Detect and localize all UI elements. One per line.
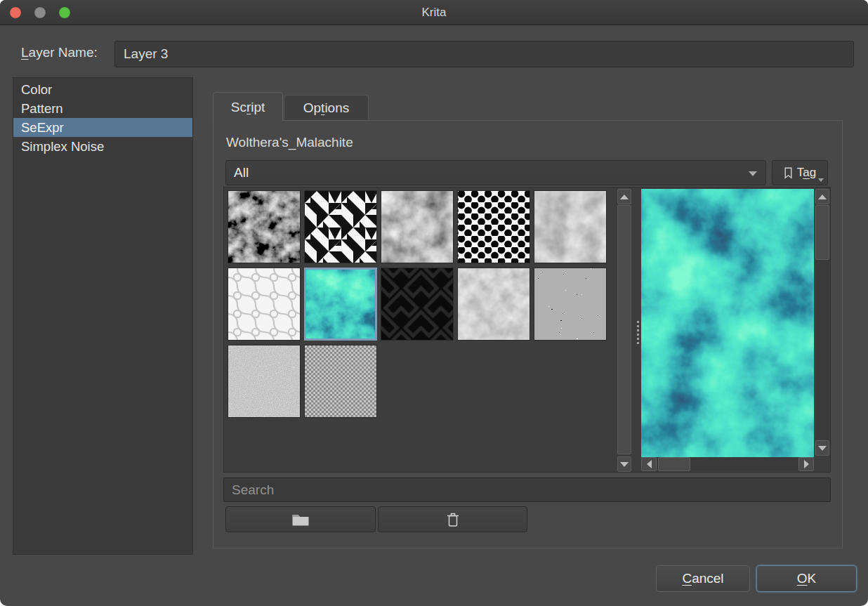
pattern-thumbnail-fine-grain[interactable]	[228, 345, 301, 418]
grid-scroll-down-button[interactable]	[617, 456, 631, 472]
splitter-handle[interactable]	[634, 321, 641, 363]
layer-name-label: Layer Name:	[21, 45, 98, 60]
title-bar[interactable]: Krita	[0, 0, 868, 25]
list-item-seexpr[interactable]: SeExpr	[13, 118, 192, 137]
preview-hscrollbar-thumb[interactable]	[658, 457, 690, 471]
grid-scroll-up-button[interactable]	[617, 189, 631, 204]
preview-scroll-up-button[interactable]	[815, 189, 829, 204]
pattern-thumbnail-gray-smoke[interactable]	[534, 190, 607, 263]
pattern-thumbnail-dark-rock-noise[interactable]	[228, 190, 301, 263]
selected-resource-name: Wolthera's_Malachite	[226, 135, 353, 150]
pattern-preview-image	[641, 189, 814, 457]
grid-scrollbar-thumb[interactable]	[617, 205, 631, 454]
pattern-grid	[224, 187, 617, 470]
krita-dialog-window: Krita Layer Name: Color Pattern SeExpr S…	[0, 0, 868, 606]
delete-resource-button[interactable]	[378, 506, 527, 532]
tag-filter-combobox[interactable]: All	[225, 160, 766, 185]
pattern-thumbnail-green-malachite[interactable]	[304, 268, 377, 341]
chevron-down-icon	[749, 171, 757, 176]
pattern-thumbnail-gray-marble[interactable]	[381, 190, 454, 263]
list-item-color[interactable]: Color	[13, 80, 192, 99]
window-title: Krita	[0, 0, 868, 25]
tag-button[interactable]: Tag	[772, 160, 828, 185]
generator-type-list: Color Pattern SeExpr Simplex Noise	[13, 77, 193, 555]
import-resource-button[interactable]	[225, 506, 376, 532]
preview-scroll-down-button[interactable]	[815, 440, 829, 456]
bookmark-icon	[784, 167, 793, 179]
tag-filter-value: All	[234, 165, 249, 180]
trash-icon	[447, 512, 459, 527]
preview-scroll-left-button[interactable]	[641, 457, 657, 471]
pattern-thumbnail-bw-polka-dots[interactable]	[457, 190, 530, 263]
chevron-down-icon	[818, 178, 824, 182]
list-item-pattern[interactable]: Pattern	[13, 99, 192, 118]
search-input[interactable]	[223, 477, 831, 502]
ok-button[interactable]: OK	[756, 565, 857, 592]
tab-options[interactable]: Options	[284, 95, 369, 121]
tab-script[interactable]: Script	[213, 92, 283, 121]
pattern-thumbnail-truchet-loops[interactable]	[228, 268, 301, 341]
pattern-thumbnail-woven-checker[interactable]	[304, 345, 377, 418]
preview-scroll-right-button[interactable]	[798, 457, 814, 471]
layer-name-input[interactable]	[114, 41, 854, 67]
list-item-simplex-noise[interactable]: Simplex Noise	[13, 137, 192, 156]
pattern-thumbnail-concrete[interactable]	[457, 268, 530, 341]
preview-vscrollbar-thumb[interactable]	[815, 205, 829, 260]
pattern-thumbnail-bw-triangle-mosaic[interactable]	[304, 190, 377, 263]
tag-button-label: Tag	[797, 166, 816, 180]
pattern-thumbnail-speckle-noise[interactable]	[534, 268, 607, 341]
pattern-chooser	[223, 187, 831, 473]
import-folder-icon	[291, 513, 310, 527]
cancel-button[interactable]: Cancel	[656, 565, 750, 592]
pattern-thumbnail-dark-maze[interactable]	[381, 268, 454, 341]
